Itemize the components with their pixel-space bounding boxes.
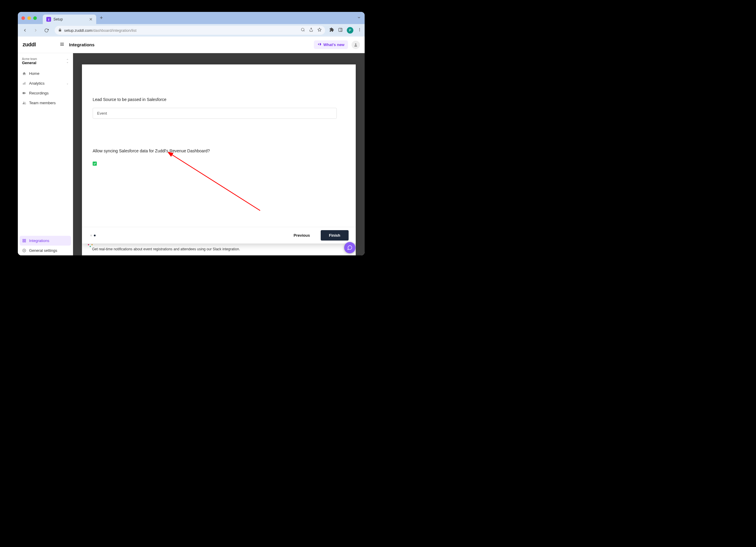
address-bar[interactable]: setup.zuddl.com/dashboard/integration/li… <box>55 26 325 35</box>
svg-point-0 <box>301 28 304 31</box>
sidebar-item-label: Recordings <box>29 91 49 95</box>
sidebar-item-label: Analytics <box>29 81 45 86</box>
lead-source-input[interactable] <box>93 108 337 119</box>
url-text: setup.zuddl.com/dashboard/integration/li… <box>64 28 137 33</box>
menu-icon[interactable] <box>358 28 362 33</box>
svg-point-24 <box>23 250 24 251</box>
bookmark-icon[interactable] <box>317 28 322 33</box>
extensions-icon[interactable] <box>329 27 334 33</box>
minimize-window-button[interactable] <box>27 16 31 20</box>
titlebar: z Setup ✕ + <box>18 12 365 24</box>
team-name: General <box>22 61 37 65</box>
menu-toggle-icon[interactable] <box>60 42 64 48</box>
maximize-window-button[interactable] <box>33 16 37 20</box>
sidebar-item-label: Home <box>29 71 39 76</box>
megaphone-icon <box>317 42 322 47</box>
finish-button[interactable]: Finish <box>321 230 349 241</box>
page-title: Integrations <box>69 42 95 47</box>
share-icon[interactable] <box>309 28 313 33</box>
svg-point-7 <box>359 29 360 30</box>
browser-tab[interactable]: z Setup ✕ <box>43 15 96 24</box>
lock-icon <box>58 28 62 33</box>
svg-rect-21 <box>24 239 26 241</box>
sync-question-label: Allow syncing Salesforce data for Zuddl'… <box>93 148 345 153</box>
tab-title: Setup <box>53 17 87 21</box>
window-controls <box>21 16 37 20</box>
tabs-dropdown-icon[interactable] <box>357 15 361 21</box>
svg-rect-20 <box>23 239 24 241</box>
previous-button[interactable]: Previous <box>289 231 315 240</box>
svg-point-19 <box>24 102 25 103</box>
sidebar-item-analytics[interactable]: Analytics ⌄ <box>18 78 73 88</box>
sidebar-item-home[interactable]: Home <box>18 69 73 78</box>
sidebar-item-team-members[interactable]: Team members <box>18 98 73 108</box>
team-label: Acme team <box>22 57 37 61</box>
svg-point-8 <box>359 31 360 31</box>
sidebar-item-label: Integrations <box>29 238 49 243</box>
sidebar-item-label: Team members <box>29 101 56 105</box>
chat-fab[interactable] <box>344 242 355 253</box>
zoom-icon[interactable] <box>301 28 305 33</box>
step-indicator <box>90 235 96 236</box>
step-dot <box>90 235 92 236</box>
lead-source-label: Lead Source to be passed in Salesforce <box>93 97 345 102</box>
updown-icon: ⌃⌄ <box>66 59 69 63</box>
svg-rect-16 <box>23 92 25 94</box>
svg-point-12 <box>355 43 357 45</box>
svg-point-6 <box>359 28 360 29</box>
svg-line-1 <box>304 31 305 31</box>
svg-rect-27 <box>91 244 93 245</box>
whats-new-button[interactable]: What's new <box>314 40 348 49</box>
svg-rect-28 <box>90 246 91 247</box>
svg-rect-13 <box>23 83 23 85</box>
video-icon <box>22 91 26 95</box>
profile-avatar[interactable]: P <box>347 27 353 34</box>
svg-rect-25 <box>88 244 89 245</box>
users-icon <box>22 101 26 105</box>
reload-button[interactable] <box>42 26 50 34</box>
svg-marker-17 <box>25 92 26 94</box>
analytics-icon <box>22 81 26 85</box>
user-avatar[interactable] <box>352 41 360 49</box>
toolbar: setup.zuddl.com/dashboard/integration/li… <box>18 24 365 37</box>
new-tab-button[interactable]: + <box>100 15 103 21</box>
sidebar-item-label: General settings <box>29 248 57 253</box>
forward-button[interactable] <box>31 26 40 34</box>
team-picker[interactable]: Acme team General ⌃⌄ <box>18 56 73 69</box>
browser-window: z Setup ✕ + setup.zuddl.com/dashboard/in… <box>18 12 365 255</box>
logo: zuddl <box>23 42 36 48</box>
home-icon <box>22 72 26 75</box>
sidebar-item-integrations[interactable]: Integrations <box>20 236 71 246</box>
gear-icon <box>22 249 26 252</box>
sidebar-item-recordings[interactable]: Recordings <box>18 88 73 98</box>
slack-integration-description: Get real-time notifications about event … <box>92 247 353 251</box>
sidebar-item-general-settings[interactable]: General settings <box>18 246 73 255</box>
app-header: zuddl Integrations What's new <box>18 37 365 53</box>
svg-rect-23 <box>24 241 26 242</box>
whats-new-label: What's new <box>323 42 344 47</box>
svg-rect-15 <box>25 82 25 85</box>
svg-rect-4 <box>339 28 342 31</box>
svg-marker-3 <box>318 28 321 31</box>
close-window-button[interactable] <box>21 16 25 20</box>
svg-rect-22 <box>23 241 24 242</box>
sidepanel-icon[interactable] <box>338 28 343 33</box>
modal-footer: Previous Finish <box>82 227 356 244</box>
svg-point-18 <box>23 102 24 103</box>
tab-favicon-icon: z <box>46 17 51 22</box>
chevron-down-icon: ⌄ <box>66 82 69 85</box>
svg-rect-14 <box>24 83 24 85</box>
sidebar: Acme team General ⌃⌄ Home Analytics ⌄ Re… <box>18 53 73 255</box>
integrations-icon <box>22 239 26 243</box>
sync-checkbox[interactable] <box>93 162 97 166</box>
step-dot-active <box>94 235 96 236</box>
close-tab-icon[interactable]: ✕ <box>89 17 93 22</box>
main-content: Get real-time notifications about event … <box>73 53 365 255</box>
back-button[interactable] <box>21 26 29 34</box>
integration-setup-modal: Lead Source to be passed in Salesforce A… <box>82 64 356 244</box>
